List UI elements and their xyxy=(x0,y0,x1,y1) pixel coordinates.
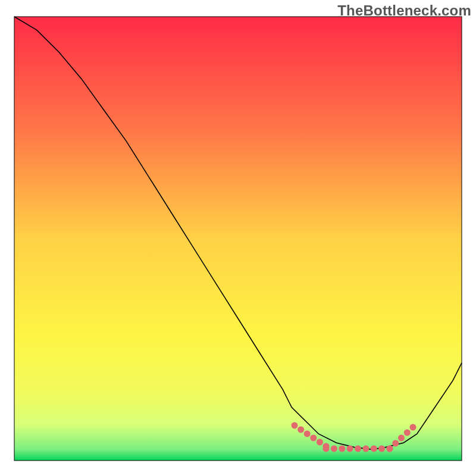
optimum-marker xyxy=(339,446,345,452)
optimum-marker xyxy=(304,431,311,437)
optimum-marker xyxy=(347,446,353,452)
optimum-marker xyxy=(317,439,323,446)
optimum-marker xyxy=(392,440,399,447)
optimum-marker xyxy=(362,446,369,452)
plot-background xyxy=(14,17,462,461)
optimum-marker xyxy=(323,446,330,452)
chart-container: TheBottleneck.com xyxy=(0,0,476,476)
optimum-marker xyxy=(404,430,411,436)
watermark-text: TheBottleneck.com xyxy=(337,2,471,19)
optimum-marker xyxy=(310,435,317,441)
optimum-marker xyxy=(410,424,416,431)
optimum-marker xyxy=(355,446,361,452)
bottleneck-plot xyxy=(0,0,476,476)
optimum-marker xyxy=(292,422,298,429)
optimum-marker xyxy=(298,427,304,433)
optimum-marker xyxy=(378,446,385,452)
optimum-marker xyxy=(371,446,377,452)
optimum-marker xyxy=(331,446,337,452)
optimum-marker xyxy=(398,435,405,441)
optimum-marker xyxy=(387,446,393,452)
